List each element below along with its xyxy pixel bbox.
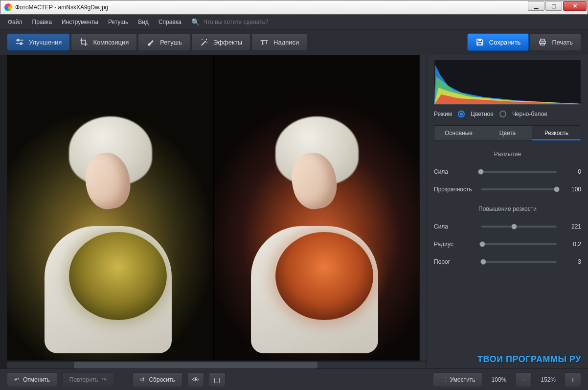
save-button-label: Сохранить bbox=[489, 39, 521, 46]
reset-button[interactable]: ↺ Сбросить bbox=[133, 372, 182, 387]
sliders-icon bbox=[15, 38, 24, 46]
plus-icon: + bbox=[571, 376, 575, 384]
print-icon bbox=[538, 38, 547, 46]
slider-sharp-radius-label: Радиус bbox=[434, 241, 476, 248]
window-close-button[interactable] bbox=[563, 1, 587, 11]
window-maximize-button[interactable] bbox=[545, 1, 562, 11]
slider-sharp-strength-value: 221 bbox=[562, 223, 581, 230]
crop-icon bbox=[79, 38, 88, 46]
wand-icon bbox=[200, 38, 208, 46]
slider-sharp-threshold-track[interactable] bbox=[481, 261, 557, 263]
slider-blur-strength-track[interactable] bbox=[481, 171, 557, 173]
menu-edit[interactable]: Правка bbox=[28, 17, 56, 27]
svg-point-4 bbox=[206, 39, 207, 40]
tab-enhance[interactable]: Улучшения bbox=[7, 33, 70, 51]
radio-color-label[interactable]: Цветное bbox=[471, 111, 494, 117]
fit-icon: ⛶ bbox=[440, 376, 446, 383]
watermark: ТВОИ ПРОГРАММЫ РУ bbox=[434, 354, 581, 365]
main-toolbar: Улучшения Композиция Ретушь Эффекты TT Н… bbox=[0, 29, 588, 55]
svg-rect-7 bbox=[478, 39, 481, 41]
subtab-sharpness[interactable]: Резкость bbox=[532, 126, 581, 140]
mode-row: Режим Цветное Черно-белое bbox=[434, 110, 581, 120]
fit-label: Уместить bbox=[450, 376, 475, 383]
tab-retouch[interactable]: Ретушь bbox=[138, 33, 190, 51]
section-sharpen-title: Повышение резкости bbox=[434, 206, 581, 212]
print-button[interactable]: Печать bbox=[530, 33, 581, 51]
radio-bw-label[interactable]: Черно-белое bbox=[512, 111, 547, 117]
canvas-area bbox=[0, 55, 427, 368]
slider-blur-opacity-track[interactable] bbox=[481, 188, 557, 190]
save-button[interactable]: Сохранить bbox=[467, 33, 529, 51]
menu-view[interactable]: Вид bbox=[134, 17, 153, 27]
tab-effects-label: Эффекты bbox=[213, 39, 242, 46]
window-minimize-button[interactable] bbox=[528, 1, 544, 11]
eye-icon: 👁 bbox=[192, 376, 199, 384]
vertical-scrollbar[interactable] bbox=[420, 55, 427, 361]
slider-sharp-strength: Сила 221 bbox=[434, 223, 581, 230]
slider-sharp-radius-track[interactable] bbox=[481, 243, 557, 245]
svg-point-2 bbox=[17, 39, 19, 41]
undo-button[interactable]: ↶ Отменить bbox=[7, 372, 57, 387]
mode-label: Режим bbox=[434, 111, 452, 117]
preview-toggle-button[interactable]: 👁 bbox=[187, 372, 204, 387]
menu-file[interactable]: Файл bbox=[4, 17, 26, 27]
zoom-in-button[interactable]: + bbox=[565, 372, 581, 387]
slider-blur-strength-value: 0 bbox=[562, 168, 581, 175]
tab-captions[interactable]: TT Надписи bbox=[251, 33, 307, 51]
slider-blur-strength-label: Сила bbox=[434, 168, 476, 175]
undo-label: Отменить bbox=[23, 376, 50, 383]
brush-icon bbox=[146, 38, 155, 46]
histogram bbox=[434, 60, 581, 105]
zoom-current: 152% bbox=[537, 376, 560, 383]
menu-retouch[interactable]: Ретушь bbox=[104, 17, 132, 27]
menu-tools[interactable]: Инструменты bbox=[58, 17, 102, 27]
slider-sharp-threshold-value: 3 bbox=[562, 258, 581, 265]
search-input[interactable] bbox=[204, 19, 301, 25]
app-icon bbox=[4, 3, 12, 11]
bottom-bar: ↶ Отменить Повторить ↷ ↺ Сбросить 👁 ◫ ⛶ … bbox=[0, 368, 588, 390]
reset-icon: ↺ bbox=[140, 376, 145, 383]
horizontal-scrollbar[interactable] bbox=[7, 362, 427, 368]
panel-subtabs: Основные Цвета Резкость bbox=[434, 125, 581, 141]
svg-point-5 bbox=[202, 39, 203, 40]
minus-icon: − bbox=[521, 376, 525, 384]
radio-bw[interactable] bbox=[499, 111, 506, 117]
menubar: Файл Правка Инструменты Ретушь Вид Справ… bbox=[0, 15, 588, 29]
zoom-100-label[interactable]: 100% bbox=[488, 376, 511, 383]
slider-sharp-radius-value: 0,2 bbox=[562, 241, 581, 248]
fit-button[interactable]: ⛶ Уместить bbox=[433, 372, 483, 387]
slider-sharp-strength-label: Сила bbox=[434, 223, 476, 230]
slider-sharp-threshold-label: Порог bbox=[434, 258, 476, 265]
slider-blur-opacity-label: Прозрачность bbox=[434, 186, 476, 193]
menu-help[interactable]: Справка bbox=[155, 17, 185, 27]
undo-icon: ↶ bbox=[14, 376, 19, 383]
image-after bbox=[214, 55, 419, 360]
print-button-label: Печать bbox=[552, 39, 573, 46]
svg-point-6 bbox=[206, 42, 207, 43]
tab-composition[interactable]: Композиция bbox=[71, 33, 137, 51]
redo-icon: ↷ bbox=[102, 376, 107, 383]
radio-color[interactable] bbox=[458, 111, 465, 117]
compare-toggle-button[interactable]: ◫ bbox=[209, 372, 226, 387]
slider-sharp-strength-track[interactable] bbox=[481, 226, 557, 228]
slider-sharp-threshold: Порог 3 bbox=[434, 258, 581, 265]
zoom-out-button[interactable]: − bbox=[515, 372, 532, 387]
image-before bbox=[7, 55, 213, 360]
slider-sharp-radius: Радиус 0,2 bbox=[434, 241, 581, 248]
tab-composition-label: Композиция bbox=[93, 39, 129, 46]
subtab-basic[interactable]: Основные bbox=[434, 126, 483, 140]
slider-blur-strength: Сила 0 bbox=[434, 168, 581, 175]
tab-captions-label: Надписи bbox=[273, 39, 299, 46]
save-icon bbox=[475, 38, 484, 46]
tab-retouch-label: Ретушь bbox=[160, 39, 182, 46]
window-titlebar: ФотоМАСТЕР - amNskXA9gDw.jpg bbox=[0, 0, 588, 15]
compare-icon: ◫ bbox=[214, 376, 220, 384]
redo-button[interactable]: Повторить ↷ bbox=[62, 372, 114, 387]
redo-label: Повторить bbox=[69, 376, 98, 383]
text-icon: TT bbox=[260, 38, 269, 46]
image-compare-canvas[interactable] bbox=[7, 55, 420, 361]
slider-blur-opacity-value: 100 bbox=[562, 186, 581, 193]
section-blur-title: Размытие bbox=[434, 151, 581, 158]
subtab-colors[interactable]: Цвета bbox=[483, 126, 532, 140]
tab-effects[interactable]: Эффекты bbox=[191, 33, 250, 51]
